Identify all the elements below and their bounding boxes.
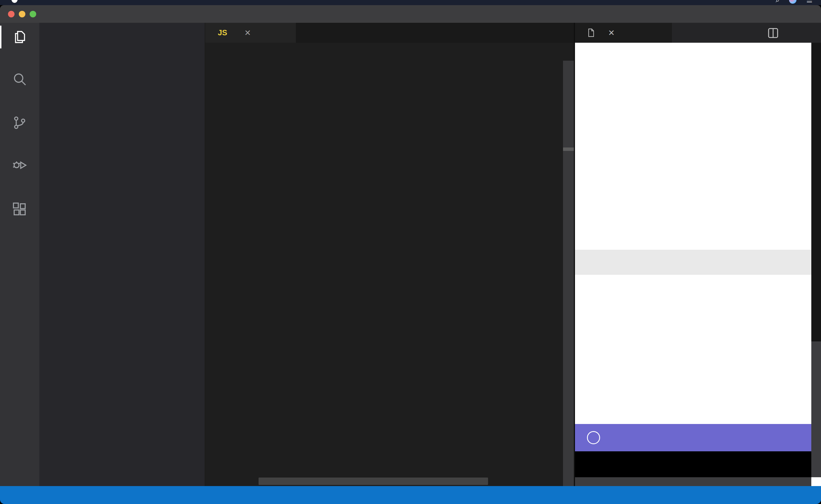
settings-gear-icon[interactable] xyxy=(0,453,39,476)
breadcrumb xyxy=(205,43,574,58)
lesson-bar xyxy=(575,451,811,477)
help-icon xyxy=(587,431,600,444)
activity-bar xyxy=(0,23,39,486)
editor-horizontal-scrollbar[interactable] xyxy=(259,478,488,485)
close-tab-icon[interactable]: ✕ xyxy=(608,28,621,38)
screen: ⌕ ☰ xyxy=(0,0,821,504)
status-bar xyxy=(0,486,821,504)
split-editor-icon[interactable] xyxy=(767,27,779,39)
close-window-button[interactable] xyxy=(8,11,15,17)
extensions-icon[interactable] xyxy=(0,198,39,221)
tasks-header xyxy=(575,250,811,275)
explorer-sidebar xyxy=(39,23,205,486)
control-center-icon[interactable]: ☰ xyxy=(806,0,812,4)
title-bar xyxy=(0,5,821,23)
webview-scroll-corner xyxy=(811,477,821,486)
minimap[interactable] xyxy=(533,58,563,486)
editor-tab-bar: JS ✕ xyxy=(205,23,574,43)
editor-group: JS ✕ xyxy=(205,23,574,486)
panel-bottom-strip xyxy=(575,477,811,486)
webview-scrollbar-thumb[interactable] xyxy=(811,43,821,341)
tab-coderoad[interactable]: ✕ xyxy=(575,23,672,43)
tab-server-js[interactable]: JS ✕ xyxy=(205,23,296,43)
js-file-icon: JS xyxy=(218,28,227,37)
source-control-icon[interactable] xyxy=(0,111,39,134)
code-editor[interactable] xyxy=(205,58,574,486)
zoom-window-button[interactable] xyxy=(30,11,36,17)
file-icon xyxy=(586,27,595,38)
editor-vertical-scrollbar[interactable] xyxy=(563,61,574,486)
run-debug-icon[interactable] xyxy=(0,153,39,176)
spotlight-icon[interactable]: ⌕ xyxy=(776,0,779,4)
help-accordion[interactable] xyxy=(575,424,811,451)
macos-menu-bar: ⌕ ☰ xyxy=(0,0,821,5)
coderoad-panel: ✕ xyxy=(574,23,821,486)
scrollbar-mark xyxy=(563,147,574,151)
search-icon[interactable] xyxy=(0,68,39,91)
minimize-window-button[interactable] xyxy=(19,11,25,17)
coderoad-tab-bar: ✕ xyxy=(575,23,821,43)
apple-logo-icon[interactable] xyxy=(11,0,18,3)
close-tab-icon[interactable]: ✕ xyxy=(244,28,251,38)
explorer-icon[interactable] xyxy=(0,26,39,48)
siri-icon[interactable] xyxy=(789,0,797,4)
coderoad-webview xyxy=(575,43,821,486)
